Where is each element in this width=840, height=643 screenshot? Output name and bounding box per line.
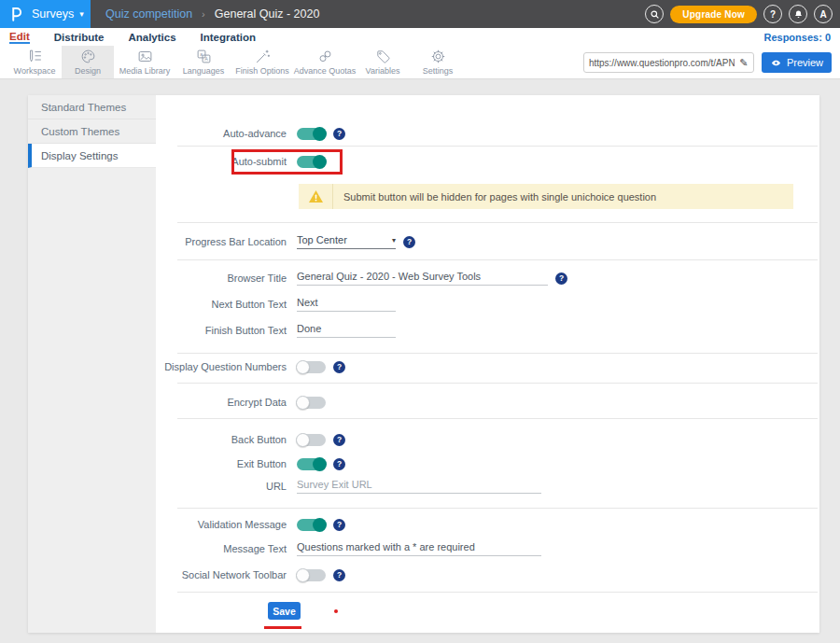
progress-bar-location-help-icon[interactable]: ? [403, 236, 415, 248]
svg-text:A: A [204, 56, 208, 62]
toolbar-item-media-library[interactable]: Media Library [114, 46, 175, 78]
finish-button-text-label: Finish Button Text [156, 325, 287, 336]
display-question-numbers-toggle[interactable] [297, 361, 326, 373]
workspace-icon [26, 49, 44, 64]
sidebar-item-display-settings[interactable]: Display Settings [28, 144, 156, 168]
edit-url-icon[interactable]: ✎ [735, 57, 753, 69]
progress-bar-location-select[interactable]: Top Center ▾ [297, 234, 396, 249]
breadcrumb-folder[interactable]: Quiz competition [105, 7, 192, 21]
search-icon [650, 9, 660, 20]
message-text-input[interactable]: Questions marked with a * are required [297, 541, 541, 556]
browser-title-label: Browser Title [156, 273, 287, 284]
questionpro-logo-icon [8, 5, 25, 23]
encrypt-data-label: Encrypt Data [156, 397, 287, 408]
survey-url-input[interactable]: https://www.questionpro.com/t/APNrFZ [584, 58, 735, 68]
toolbar-item-advance-quotas[interactable]: Advance Quotas [293, 46, 357, 78]
validation-message-toggle[interactable] [297, 519, 326, 531]
tab-edit[interactable]: Edit [9, 31, 30, 44]
edit-toolbar: Workspace Design Media Library aA Langua… [0, 46, 840, 79]
sidebar-item-standard-themes[interactable]: Standard Themes [28, 95, 156, 119]
select-caret-icon: ▾ [392, 236, 396, 245]
breadcrumb: Quiz competition › General Quiz - 2020 [105, 7, 319, 21]
top-bar: Surveys ▾ Quiz competition › General Qui… [0, 0, 840, 28]
toolbar-right: https://www.questionpro.com/t/APNrFZ ✎ P… [583, 52, 832, 73]
sidebar-item-custom-themes[interactable]: Custom Themes [28, 119, 156, 144]
help-button[interactable]: ? [763, 5, 782, 23]
tab-distribute[interactable]: Distribute [54, 32, 105, 43]
tab-integration[interactable]: Integration [201, 32, 256, 43]
browser-title-help-icon[interactable]: ? [555, 273, 567, 285]
divider [177, 383, 818, 384]
tag-icon [374, 49, 392, 64]
encrypt-data-row: Encrypt Data [156, 393, 819, 412]
chevron-down-icon: ▾ [79, 9, 84, 19]
palette-icon [79, 49, 97, 64]
display-question-numbers-row: Display Question Numbers ? [156, 357, 819, 376]
social-network-toolbar-toggle[interactable] [297, 569, 326, 581]
validation-message-help-icon[interactable]: ? [333, 519, 345, 531]
back-button-help-icon[interactable]: ? [333, 434, 345, 446]
auto-advance-help-icon[interactable]: ? [333, 128, 345, 140]
avatar[interactable]: A [814, 5, 833, 23]
divider [177, 353, 818, 354]
toolbar-item-workspace[interactable]: Workspace [7, 46, 62, 78]
display-question-numbers-label: Display Question Numbers [156, 361, 287, 372]
tab-analytics[interactable]: Analytics [128, 32, 175, 43]
progress-bar-location-label: Progress Bar Location [156, 236, 287, 247]
svg-text:a: a [200, 51, 203, 56]
toolbar-item-languages[interactable]: aA Languages [175, 46, 231, 78]
toolbar-item-design[interactable]: Design [62, 46, 114, 78]
back-button-label: Back Button [156, 434, 287, 445]
warning-banner: Submit button will be hidden for pages w… [299, 184, 793, 209]
validation-message-row: Validation Message ? [156, 515, 819, 534]
page-background: Standard Themes Custom Themes Display Se… [0, 79, 840, 643]
exit-button-toggle[interactable] [297, 458, 326, 470]
auto-advance-toggle[interactable] [297, 128, 326, 140]
exit-url-row: URL Survey Exit URL [156, 477, 819, 496]
divider [177, 222, 818, 223]
divider [177, 508, 818, 509]
divider [177, 418, 818, 419]
divider [177, 146, 818, 147]
survey-nav: Edit Distribute Analytics Integration Re… [0, 28, 840, 46]
back-button-toggle[interactable] [297, 434, 326, 446]
magic-wand-icon [254, 49, 272, 64]
annotation-underline [264, 626, 301, 629]
divider [177, 259, 818, 260]
message-text-label: Message Text [156, 543, 287, 554]
exit-url-input[interactable]: Survey Exit URL [297, 479, 541, 494]
preview-button[interactable]: Preview [762, 52, 832, 73]
toolbar-item-settings[interactable]: Settings [409, 46, 467, 78]
upgrade-now-button[interactable]: Upgrade Now [670, 6, 757, 23]
toolbar-item-finish-options[interactable]: Finish Options [231, 46, 293, 78]
preview-label: Preview [787, 57, 823, 68]
image-icon [136, 49, 154, 64]
validation-message-label: Validation Message [156, 519, 287, 530]
browser-title-input[interactable]: General Quiz - 2020 - Web Survey Tools [297, 271, 548, 286]
browser-title-row: Browser Title General Quiz - 2020 - Web … [156, 269, 819, 287]
exit-button-row: Exit Button ? [156, 454, 819, 473]
exit-button-help-icon[interactable]: ? [333, 458, 345, 470]
display-question-numbers-help-icon[interactable]: ? [333, 361, 345, 373]
responses-count[interactable]: Responses: 0 [763, 32, 831, 43]
chain-links-icon [316, 49, 334, 64]
notifications-button[interactable] [789, 5, 807, 23]
breadcrumb-survey-title: General Quiz - 2020 [215, 7, 320, 21]
survey-url-box[interactable]: https://www.questionpro.com/t/APNrFZ ✎ [583, 52, 754, 73]
design-sidebar: Standard Themes Custom Themes Display Se… [28, 95, 156, 633]
product-name[interactable]: Surveys [32, 7, 74, 21]
search-button[interactable] [645, 5, 664, 23]
product-switcher[interactable]: Surveys ▾ [0, 0, 91, 28]
warning-icon-wrap [299, 184, 333, 209]
exit-button-label: Exit Button [156, 458, 287, 469]
back-button-row: Back Button ? [156, 430, 819, 449]
next-button-text-input[interactable]: Next [297, 297, 396, 312]
gear-icon [429, 49, 447, 64]
auto-advance-label: Auto-advance [156, 128, 287, 139]
encrypt-data-toggle[interactable] [297, 397, 326, 409]
finish-button-text-input[interactable]: Done [297, 323, 396, 338]
toolbar-item-variables[interactable]: Variables [357, 46, 409, 78]
save-button[interactable]: Save [268, 602, 301, 620]
bell-icon [793, 9, 804, 20]
social-network-toolbar-help-icon[interactable]: ? [333, 569, 345, 581]
